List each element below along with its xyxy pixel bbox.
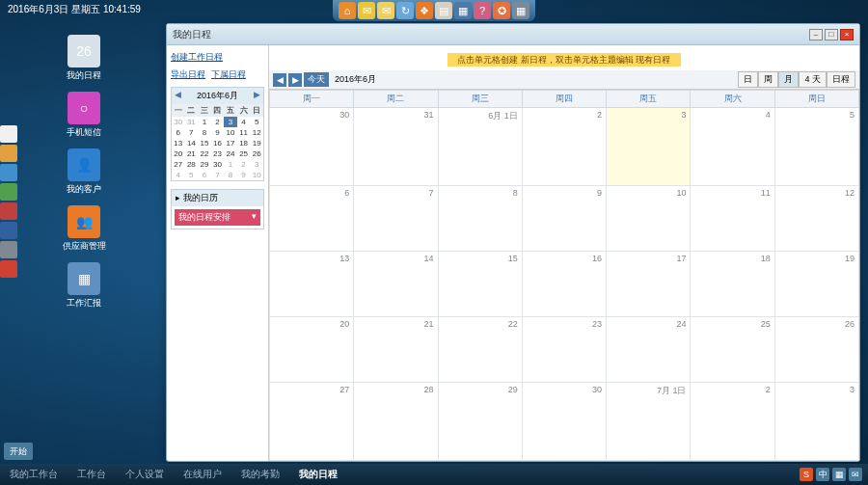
- subordinate-link[interactable]: 下属日程: [211, 68, 246, 81]
- minical-day[interactable]: 30: [211, 159, 225, 170]
- calendar-cell[interactable]: 15: [438, 252, 522, 317]
- minical-day[interactable]: 29: [198, 159, 211, 170]
- minical-day[interactable]: 8: [198, 127, 211, 138]
- view-button[interactable]: 月: [778, 71, 799, 88]
- minical-day[interactable]: 13: [172, 138, 185, 148]
- desktop-icon[interactable]: 👥供应商管理: [60, 205, 108, 253]
- taskbar-item[interactable]: 我的工作台: [6, 466, 62, 483]
- minical-day[interactable]: 1: [198, 117, 211, 127]
- calendar-cell[interactable]: 17: [607, 252, 691, 317]
- tray-icon[interactable]: ✉: [849, 468, 862, 481]
- maximize-button[interactable]: □: [825, 29, 838, 40]
- tray-icon[interactable]: 中: [816, 468, 829, 481]
- top-icon[interactable]: ?: [474, 2, 491, 19]
- calendar-cell[interactable]: 16: [522, 252, 606, 317]
- top-icon[interactable]: ✉: [358, 2, 375, 19]
- minical-day[interactable]: 2: [211, 117, 225, 127]
- dock-icon[interactable]: [0, 222, 17, 239]
- calendar-cell[interactable]: 24: [607, 316, 691, 382]
- calendar-cell[interactable]: 9: [522, 186, 606, 252]
- calendar-cell[interactable]: 23: [522, 316, 606, 382]
- calendar-cell[interactable]: 29: [438, 382, 522, 460]
- tray-icon[interactable]: ▦: [832, 468, 846, 481]
- my-calendars-header[interactable]: ▸ 我的日历: [172, 190, 263, 206]
- taskbar-item[interactable]: 我的日程: [295, 466, 341, 483]
- next-button[interactable]: ▶: [288, 73, 302, 87]
- calendar-cell[interactable]: 8: [438, 186, 522, 252]
- dock-icon[interactable]: [0, 202, 17, 220]
- minical-day[interactable]: 19: [250, 138, 263, 148]
- calendar-cell[interactable]: 13: [270, 252, 354, 317]
- minical-next[interactable]: ▶: [254, 90, 260, 99]
- calendar-cell[interactable]: 7月 1日: [607, 382, 691, 460]
- minical-day[interactable]: 10: [224, 127, 237, 138]
- minical-day[interactable]: 17: [224, 138, 237, 148]
- minical-day[interactable]: 4: [172, 170, 185, 180]
- calendar-cell[interactable]: 10: [607, 186, 691, 252]
- desktop-icon[interactable]: ▦工作汇报: [60, 262, 108, 310]
- calendar-cell[interactable]: 6: [270, 186, 354, 252]
- minical-day[interactable]: 16: [211, 138, 225, 148]
- calendar-cell[interactable]: 7: [354, 186, 438, 252]
- close-button[interactable]: ×: [840, 29, 854, 40]
- top-icon[interactable]: ▦: [454, 2, 472, 19]
- calendar-cell[interactable]: 27: [270, 382, 354, 460]
- minical-day[interactable]: 20: [172, 148, 185, 159]
- calendar-cell[interactable]: 19: [774, 252, 858, 317]
- calendar-cell[interactable]: 21: [354, 316, 438, 382]
- top-icon[interactable]: ▦: [512, 2, 529, 19]
- calendar-cell[interactable]: 2: [522, 108, 606, 186]
- minical-day[interactable]: 2: [237, 159, 251, 170]
- top-icon[interactable]: ⌂: [339, 2, 356, 19]
- calendar-cell[interactable]: 3: [607, 108, 691, 186]
- top-icon[interactable]: ❖: [416, 2, 433, 19]
- calendar-cell[interactable]: 20: [270, 316, 354, 382]
- top-icon[interactable]: ✪: [493, 2, 510, 19]
- calendar-select[interactable]: 我的日程安排▾: [175, 209, 260, 226]
- minical-day[interactable]: 3: [250, 159, 263, 170]
- export-link[interactable]: 导出日程: [171, 68, 205, 81]
- minical-day[interactable]: 5: [185, 170, 199, 180]
- calendar-cell[interactable]: 4: [691, 108, 774, 186]
- minical-day[interactable]: 18: [237, 138, 251, 148]
- calendar-cell[interactable]: 6月 1日: [438, 108, 522, 186]
- minical-day[interactable]: 11: [237, 127, 251, 138]
- minical-day[interactable]: 4: [237, 117, 251, 127]
- calendar-cell[interactable]: 31: [354, 108, 438, 186]
- minical-day[interactable]: 30: [172, 117, 185, 127]
- calendar-cell[interactable]: 28: [354, 382, 438, 460]
- window-header[interactable]: 我的日程 – □ ×: [167, 24, 859, 45]
- minimize-button[interactable]: –: [809, 29, 823, 40]
- calendar-cell[interactable]: 5: [774, 108, 858, 186]
- calendar-cell[interactable]: 30: [522, 382, 606, 460]
- minical-day[interactable]: 28: [185, 159, 199, 170]
- dock-icon[interactable]: [0, 164, 17, 181]
- prev-button[interactable]: ◀: [273, 73, 286, 87]
- desktop-icon[interactable]: 👤我的客户: [60, 148, 108, 196]
- dock-icon[interactable]: [0, 125, 17, 143]
- minical-day[interactable]: 15: [198, 138, 211, 148]
- calendar-cell[interactable]: 11: [691, 186, 774, 252]
- calendar-cell[interactable]: 25: [691, 316, 774, 382]
- view-button[interactable]: 日程: [827, 71, 855, 88]
- desktop-icon[interactable]: 26我的日程: [60, 35, 108, 82]
- minical-day[interactable]: 25: [237, 148, 251, 159]
- minical-day[interactable]: 12: [250, 127, 263, 138]
- minical-day[interactable]: 9: [237, 170, 251, 180]
- calendar-cell[interactable]: 18: [691, 252, 774, 317]
- minical-day[interactable]: 8: [224, 170, 237, 180]
- top-icon[interactable]: ✉: [377, 2, 394, 19]
- dock-icon[interactable]: [0, 145, 17, 162]
- calendar-cell[interactable]: 2: [691, 382, 774, 460]
- minical-day[interactable]: 14: [185, 138, 199, 148]
- minical-prev[interactable]: ◀: [175, 90, 181, 99]
- minical-day[interactable]: 7: [185, 127, 199, 138]
- taskbar-item[interactable]: 工作台: [73, 466, 110, 483]
- calendar-cell[interactable]: 3: [774, 382, 858, 460]
- calendar-cell[interactable]: 12: [774, 186, 858, 252]
- calendar-cell[interactable]: 26: [774, 316, 858, 382]
- minical-day[interactable]: 27: [172, 159, 185, 170]
- minical-day[interactable]: 6: [198, 170, 211, 180]
- tray-icon[interactable]: S: [800, 468, 813, 481]
- start-button[interactable]: 开始: [4, 443, 33, 460]
